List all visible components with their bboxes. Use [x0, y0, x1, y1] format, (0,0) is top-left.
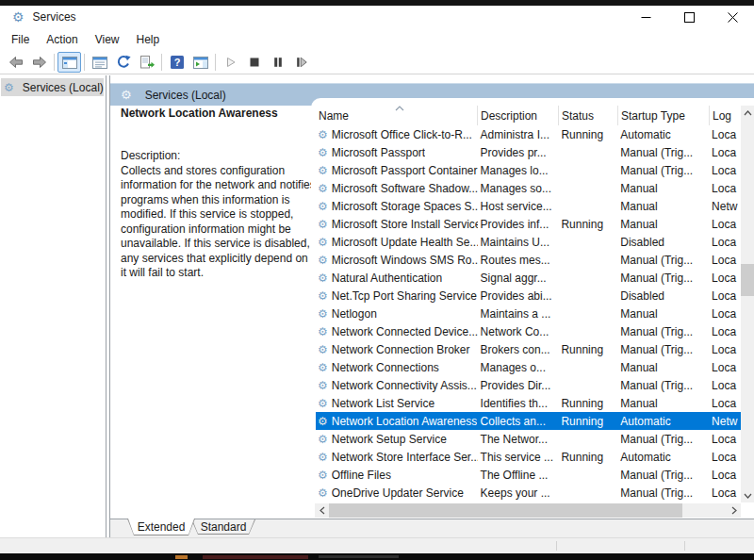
service-description: Routes mes...: [478, 254, 559, 267]
service-gear-icon: ⚙: [318, 219, 328, 230]
menu-file[interactable]: File: [3, 30, 38, 49]
service-description: Collects an...: [478, 415, 559, 428]
restart-service-button[interactable]: [289, 52, 313, 73]
table-row[interactable]: ⚙ Microsoft Office Click-to-R... Adminis…: [316, 125, 741, 143]
show-console-tree-button[interactable]: [57, 52, 81, 73]
title-bar[interactable]: ⚙ Services: [0, 6, 754, 28]
table-row[interactable]: ⚙ Netlogon Maintains a ... Manual Loca: [316, 305, 741, 322]
table-row[interactable]: ⚙ Network Connections Manages o... Manua…: [316, 358, 741, 376]
table-row[interactable]: ⚙ OneDrive Updater Service Keeps your ..…: [316, 484, 741, 502]
minimize-button[interactable]: [624, 6, 667, 28]
scroll-right-button[interactable]: [727, 503, 741, 518]
table-row[interactable]: ⚙ Microsoft Storage Spaces S... Host ser…: [316, 197, 741, 215]
table-row[interactable]: ⚙ Network Connectivity Assis... Provides…: [316, 376, 741, 394]
tab-extended[interactable]: Extended: [127, 519, 195, 535]
menu-help[interactable]: Help: [128, 30, 169, 49]
forward-button[interactable]: [27, 52, 51, 73]
service-name: Network Connectivity Assis...: [332, 379, 477, 392]
table-row[interactable]: ⚙ Network Store Interface Ser... This se…: [316, 448, 741, 466]
service-startup-type: Automatic: [617, 451, 709, 464]
column-header-status[interactable]: Status: [559, 106, 618, 125]
refresh-button[interactable]: [111, 52, 135, 73]
tab-standard[interactable]: Standard: [191, 519, 255, 535]
service-gear-icon: ⚙: [318, 362, 328, 373]
help-icon: ?: [171, 56, 184, 69]
back-button[interactable]: [4, 52, 27, 73]
service-status: Running: [558, 397, 617, 410]
service-status: Running: [558, 128, 617, 141]
service-name: Network Setup Service: [332, 433, 447, 446]
service-gear-icon: ⚙: [318, 290, 328, 302]
table-row[interactable]: ⚙ Network Connected Device... Network Co…: [316, 322, 741, 340]
service-description: Brokers con...: [478, 343, 559, 356]
table-row[interactable]: ⚙ Network Connection Broker Brokers con.…: [316, 340, 741, 358]
toolbar-separator: [54, 54, 55, 71]
console-body: ⚙ Services (Local) ⚙ Services (Local) Ne…: [0, 75, 754, 537]
service-gear-icon: ⚙: [318, 380, 328, 391]
table-row[interactable]: ⚙ Microsoft Store Install Service Provid…: [316, 215, 741, 233]
service-rows: ⚙ Microsoft Office Click-to-R... Adminis…: [316, 125, 741, 502]
tree-item-services-local[interactable]: ⚙ Services (Local): [1, 78, 104, 96]
pause-service-button[interactable]: [266, 52, 289, 73]
menu-view[interactable]: View: [87, 30, 128, 49]
horizontal-scrollbar[interactable]: [315, 503, 741, 518]
export-list-icon: [139, 56, 155, 69]
service-name: Net.Tcp Port Sharing Service: [332, 289, 477, 303]
table-row[interactable]: ⚙ Microsoft Passport Container Manages l…: [316, 161, 741, 179]
service-startup-type: Manual: [617, 307, 709, 321]
table-row[interactable]: ⚙ Network Location Awareness Collects an…: [316, 412, 741, 430]
service-name: Microsoft Windows SMS Ro...: [332, 254, 478, 267]
help-button[interactable]: ?: [165, 52, 188, 73]
horizontal-scroll-thumb[interactable]: [329, 503, 682, 518]
service-startup-type: Manual (Trig...: [617, 469, 709, 482]
scroll-down-button[interactable]: [741, 488, 754, 502]
show-action-pane-button[interactable]: [188, 52, 212, 73]
menu-action[interactable]: Action: [38, 30, 86, 49]
service-description: Manages o...: [478, 361, 559, 374]
column-header-log-on-as[interactable]: Log: [710, 106, 741, 125]
toolbar-separator: [84, 54, 85, 71]
column-header-name[interactable]: Name: [316, 106, 478, 125]
table-row[interactable]: ⚙ Microsoft Software Shadow... Manages s…: [316, 179, 741, 197]
stop-service-button[interactable]: [242, 52, 266, 73]
table-row[interactable]: ⚙ Net.Tcp Port Sharing Service Provides …: [316, 287, 741, 305]
table-row[interactable]: ⚙ Offline Files The Offline ... Manual (…: [316, 466, 741, 484]
scroll-up-button[interactable]: [741, 106, 754, 120]
table-row[interactable]: ⚙ Microsoft Windows SMS Ro... Routes mes…: [316, 251, 741, 269]
service-log-on-as: Loca: [709, 236, 741, 249]
service-gear-icon: ⚙: [318, 147, 328, 158]
start-service-button[interactable]: [219, 52, 242, 73]
table-row[interactable]: ⚙ Microsoft Passport Provides pr... Manu…: [316, 143, 741, 161]
vertical-scroll-thumb[interactable]: [741, 264, 754, 296]
service-gear-icon: ⚙: [318, 469, 328, 481]
column-header-label: Name: [319, 109, 349, 123]
vertical-scrollbar[interactable]: [741, 106, 754, 502]
table-row[interactable]: ⚙ Network Setup Service The Networ... Ma…: [316, 430, 741, 448]
service-description: Provides Dir...: [478, 379, 559, 392]
table-row[interactable]: ⚙ Network List Service Identifies th... …: [316, 394, 741, 412]
scroll-left-button[interactable]: [315, 503, 329, 518]
service-description: Signal aggr...: [478, 272, 559, 285]
service-description: Administra I...: [478, 128, 559, 141]
column-header-description[interactable]: Description: [478, 106, 559, 125]
properties-button[interactable]: [88, 52, 111, 73]
table-row[interactable]: ⚙ Natural Authentication Signal aggr... …: [316, 269, 741, 287]
maximize-button[interactable]: [667, 6, 711, 28]
service-startup-type: Manual (Trig...: [617, 343, 709, 356]
service-name: Microsoft Update Health Se...: [332, 236, 478, 249]
window-controls: [624, 6, 754, 28]
properties-icon: [92, 57, 107, 69]
service-gear-icon: ⚙: [318, 487, 328, 499]
table-row[interactable]: ⚙ Microsoft Update Health Se... Maintain…: [316, 233, 741, 251]
close-button[interactable]: [711, 6, 754, 28]
service-gear-icon: ⚙: [318, 398, 328, 409]
column-header-startup-type[interactable]: Startup Type: [618, 106, 710, 125]
service-startup-type: Manual (Trig...: [617, 433, 709, 446]
service-startup-type: Manual: [617, 182, 709, 195]
selected-service-title: Network Location Awareness: [121, 107, 317, 120]
view-tab-strip: Extended Standard: [110, 519, 754, 537]
toolbar-separator: [161, 54, 162, 71]
service-gear-icon: ⚙: [318, 434, 328, 445]
export-list-button[interactable]: [135, 52, 158, 73]
service-name: OneDrive Updater Service: [332, 486, 464, 500]
